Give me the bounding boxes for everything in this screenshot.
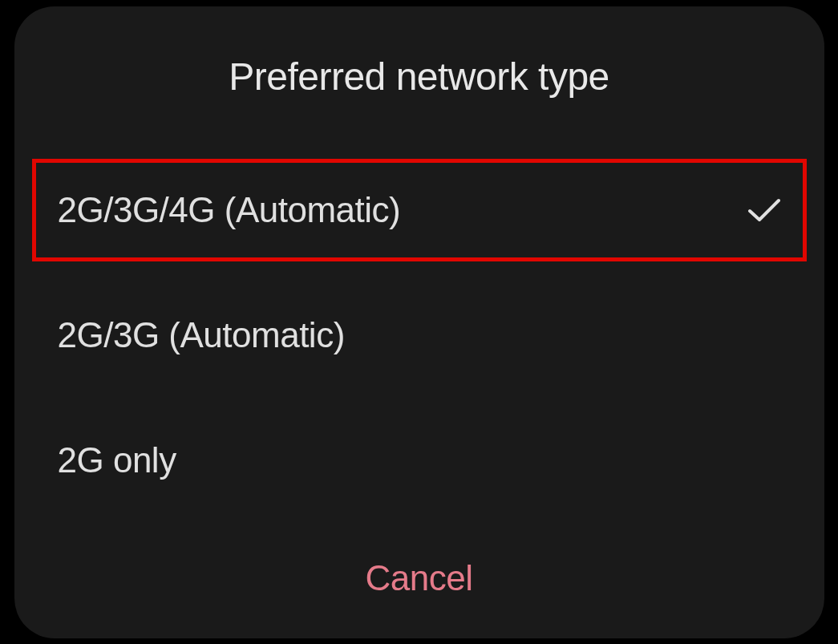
cancel-button[interactable]: Cancel: [366, 558, 473, 598]
option-2g-only[interactable]: 2G only: [32, 409, 807, 512]
option-label: 2G/3G/4G (Automatic): [58, 190, 401, 230]
option-2g-3g-4g-automatic[interactable]: 2G/3G/4G (Automatic): [32, 159, 807, 261]
check-icon: [747, 193, 781, 227]
option-label: 2G/3G (Automatic): [58, 315, 345, 355]
network-type-dialog: Preferred network type 2G/3G/4G (Automat…: [14, 6, 824, 638]
options-list: 2G/3G/4G (Automatic) 2G/3G (Automatic) 2…: [14, 159, 824, 542]
option-label: 2G only: [58, 440, 176, 480]
dialog-title: Preferred network type: [14, 55, 824, 99]
option-2g-3g-automatic[interactable]: 2G/3G (Automatic): [32, 284, 807, 387]
dialog-footer: Cancel: [14, 542, 824, 638]
